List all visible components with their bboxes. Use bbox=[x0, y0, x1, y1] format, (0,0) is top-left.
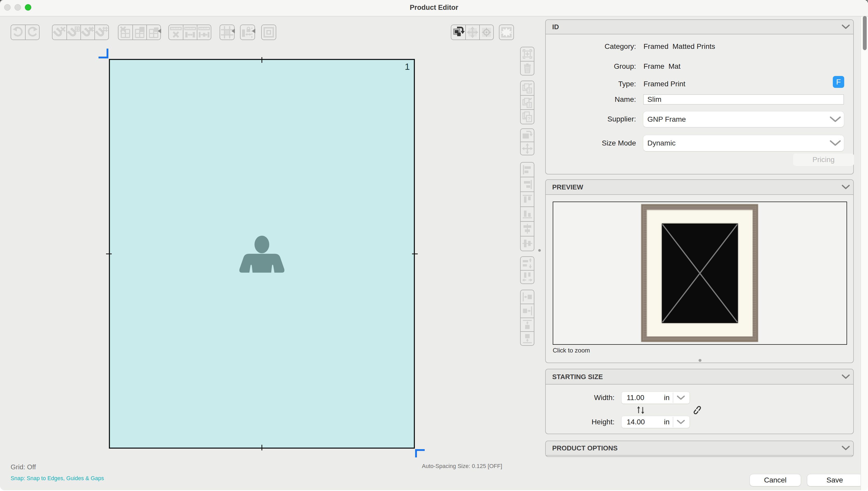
svg-text:?: ? bbox=[527, 116, 530, 122]
svg-text:3: 3 bbox=[528, 88, 530, 93]
svg-text:3: 3 bbox=[528, 102, 530, 107]
